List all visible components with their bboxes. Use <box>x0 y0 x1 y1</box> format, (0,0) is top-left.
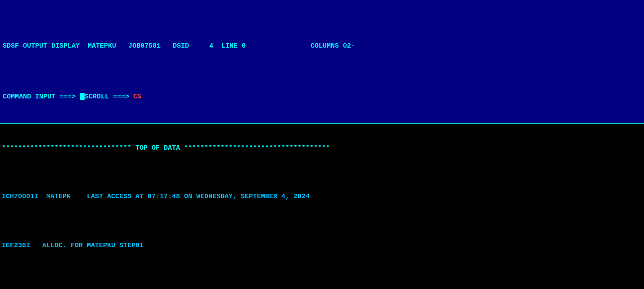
scroll-value[interactable]: CS <box>133 93 141 101</box>
command-cursor[interactable] <box>80 93 85 100</box>
sdsf-screen: SDSF OUTPUT DISPLAY MATEPKU JOB07581 DSI… <box>0 0 644 289</box>
header-bar: SDSF OUTPUT DISPLAY MATEPKU JOB07581 DSI… <box>0 0 644 124</box>
header-line2: COMMAND INPUT ===> SCROLL ===> CS <box>3 92 641 102</box>
stars-top-line: ******************************** TOP OF … <box>2 124 642 173</box>
header-line1: SDSF OUTPUT DISPLAY MATEPKU JOB07581 DSI… <box>3 21 641 72</box>
command-label: COMMAND INPUT ===> <box>3 93 80 101</box>
line-ief237-dd1: IEF237I 0ABB ALLOCATED TO DD1 <box>2 270 642 289</box>
header-title: SDSF OUTPUT DISPLAY MATEPKU JOB07581 DSI… <box>3 42 355 50</box>
line-ich70001: ICH70001I MATEPK LAST ACCESS AT 07:17:48… <box>2 173 642 222</box>
line-ief236: IEF236I ALLOC. FOR MATEPKU STEP01 <box>2 222 642 271</box>
scroll-label: SCROLL ===> <box>85 93 133 101</box>
content-area: ******************************** TOP OF … <box>0 124 644 289</box>
